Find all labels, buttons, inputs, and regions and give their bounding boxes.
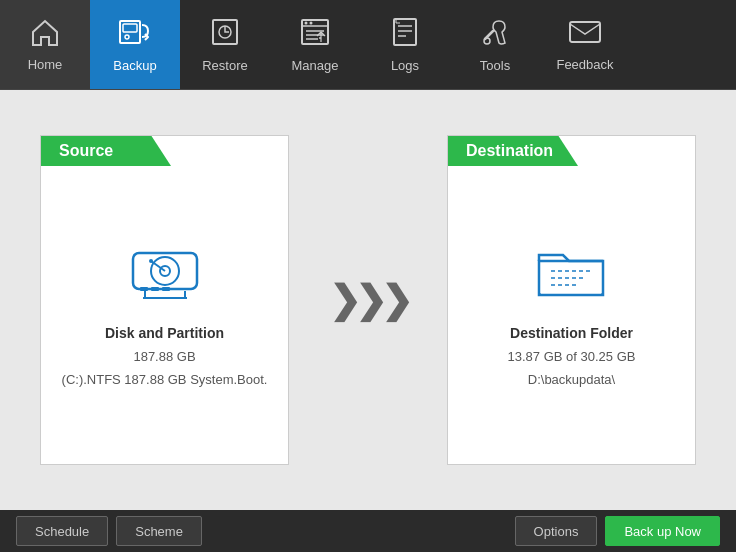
manage-icon [299,17,331,52]
bottom-bar: Schedule Scheme Options Back up Now [0,510,736,552]
logs-icon [390,17,420,52]
home-icon [30,18,60,51]
disk-icon [125,233,205,307]
forward-arrows: ❯❯❯ [329,278,407,322]
source-content: Disk and Partition 187.88 GB (C:).NTFS 1… [62,233,268,387]
feedback-icon [568,18,602,51]
nav-label-feedback: Feedback [556,57,613,72]
folder-icon [531,233,611,307]
nav-item-logs[interactable]: Logs [360,0,450,89]
destination-header: Destination [448,136,578,166]
arrow-container: ❯❯❯ [329,278,407,322]
bottom-right-buttons: Options Back up Now [515,516,720,546]
svg-point-23 [149,259,153,263]
bottom-left-buttons: Schedule Scheme [16,516,202,546]
nav-label-manage: Manage [292,58,339,73]
svg-point-7 [305,21,308,24]
scheme-button[interactable]: Scheme [116,516,202,546]
nav-item-restore[interactable]: Restore [180,0,270,89]
nav-item-backup[interactable]: Backup [90,0,180,89]
source-size: 187.88 GB [133,349,195,364]
destination-size: 13.87 GB of 30.25 GB [508,349,636,364]
svg-rect-1 [123,24,137,32]
nav-item-manage[interactable]: Manage [270,0,360,89]
restore-icon [209,17,241,52]
tools-icon [479,17,511,52]
options-button[interactable]: Options [515,516,598,546]
nav-label-backup: Backup [113,58,156,73]
svg-rect-24 [140,287,148,291]
source-header: Source [41,136,171,166]
nav-label-restore: Restore [202,58,248,73]
svg-rect-26 [162,287,170,291]
main-content: Source [0,90,736,510]
backup-now-button[interactable]: Back up Now [605,516,720,546]
source-title: Disk and Partition [105,325,224,341]
svg-rect-18 [570,22,600,42]
svg-point-17 [484,38,490,44]
nav-label-logs: Logs [391,58,419,73]
nav-bar: Home Backup Restore [0,0,736,90]
nav-label-tools: Tools [480,58,510,73]
destination-title: Destination Folder [510,325,633,341]
nav-item-home[interactable]: Home [0,0,90,89]
source-card[interactable]: Source [40,135,289,465]
destination-detail: D:\backupdata\ [528,372,615,387]
destination-content: Destination Folder 13.87 GB of 30.25 GB … [508,233,636,387]
svg-point-8 [310,21,313,24]
backup-icon [118,17,152,52]
nav-label-home: Home [28,57,63,72]
destination-card[interactable]: Destination Destination Folder 13.87 GB … [447,135,696,465]
schedule-button[interactable]: Schedule [16,516,108,546]
source-detail: (C:).NTFS 187.88 GB System.Boot. [62,372,268,387]
svg-point-2 [125,35,129,39]
nav-item-feedback[interactable]: Feedback [540,0,630,89]
nav-item-tools[interactable]: Tools [450,0,540,89]
svg-rect-25 [151,287,159,291]
